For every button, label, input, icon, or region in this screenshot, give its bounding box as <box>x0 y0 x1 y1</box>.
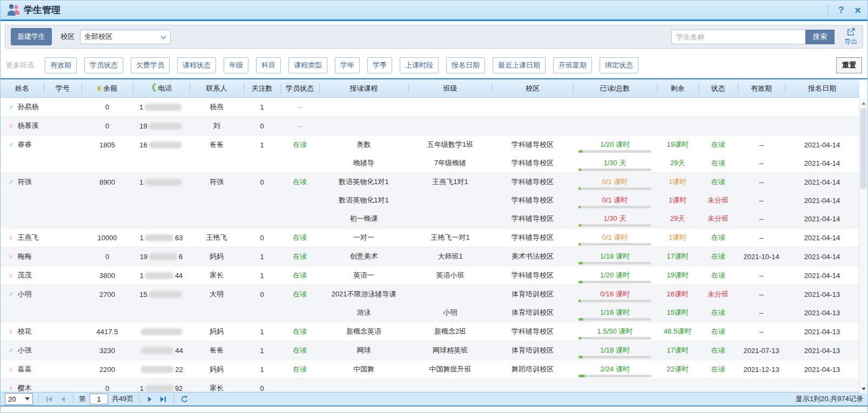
cell-remaining: 1课时 <box>657 173 698 191</box>
next-page-button[interactable] <box>145 394 154 404</box>
table-row[interactable]: ♀校花4417.5妈妈1在读新概念英语新概念2班学科辅导校区1.5/50 课时4… <box>1 322 859 341</box>
cell-progress: 1/18 课时 <box>573 341 657 360</box>
column-header-phone[interactable]: 电话 <box>133 79 190 97</box>
table-row[interactable]: 数语英物化1对1学科辅导校区0/1 课时1课时未分班--2021-04-14 <box>1 191 859 209</box>
contact-name: 家长 <box>210 270 224 280</box>
refresh-button[interactable] <box>179 394 189 404</box>
new-student-button[interactable]: 新建学生 <box>11 28 52 45</box>
column-header-contact[interactable]: 联系人 <box>190 79 244 97</box>
cell-student-status: 在读 <box>280 322 319 341</box>
column-header-course[interactable]: 报读课程 <box>319 79 408 97</box>
table-row[interactable]: ♂符强89001符强0在读数语英物化1对1王燕飞1对1学科辅导校区0/1 课时1… <box>1 173 859 191</box>
table-row[interactable]: ♂睿睿180516爸爸1在读奥数五年级数学1班学科辅导校区1/20 课时19课时… <box>1 136 859 154</box>
scroll-down-icon[interactable] <box>859 384 867 393</box>
filter-button-13[interactable]: 开班星期 <box>553 57 592 73</box>
vertical-scrollbar[interactable] <box>859 99 867 393</box>
table-row[interactable]: ♀嘉嘉220022妈妈1在读中国舞中国舞提升班舞蹈培训校区2/24 课时22课时… <box>1 360 859 378</box>
filter-button-7[interactable]: 课程类型 <box>288 57 327 73</box>
filter-button-8[interactable]: 学年 <box>335 57 360 73</box>
help-button[interactable]: ? <box>838 5 844 15</box>
filter-button-11[interactable]: 报名日期 <box>446 57 485 73</box>
filter-button-4[interactable]: 课程状态 <box>177 57 216 73</box>
search-button[interactable]: 搜索 <box>805 30 835 44</box>
cell-remaining: 15课时 <box>657 303 698 322</box>
cell-remaining: 17课时 <box>657 247 698 266</box>
filter-button-12[interactable]: 最近上课日期 <box>493 57 546 73</box>
phone-blurred <box>149 253 178 260</box>
student-row-group: ♀王燕飞10000163王艳飞0在读一对一王艳飞一对1学科辅导校区0/1 课时1… <box>1 228 859 247</box>
phone-blurred <box>140 328 183 335</box>
state-value: 在读 <box>711 140 725 150</box>
campus-select[interactable]: 全部校区 <box>80 30 171 44</box>
male-icon: ♂ <box>8 347 14 354</box>
validity-value: -- <box>759 328 764 336</box>
export-button[interactable]: 导出 <box>844 28 857 46</box>
cell-campus: 舞蹈培训校区 <box>492 360 573 378</box>
prev-page-button[interactable] <box>58 394 68 404</box>
cell-registration-date: 2021-04-13 <box>785 341 859 360</box>
scrollbar-thumb[interactable] <box>860 108 866 189</box>
table-row[interactable]: ♂孙易杨01杨燕1-- <box>1 98 859 116</box>
column-label: 已读/总数 <box>600 84 630 93</box>
column-header-cls[interactable]: 班级 <box>408 79 492 97</box>
cell-course-value: 英语一 <box>353 270 374 280</box>
column-header-date[interactable]: 报名日期 <box>785 79 859 97</box>
column-header-state[interactable]: 状态 <box>698 79 738 97</box>
filter-button-6[interactable]: 科目 <box>256 57 281 73</box>
cell-class <box>408 98 492 116</box>
close-button[interactable]: × <box>854 5 861 16</box>
filter-button-1[interactable]: 有效期 <box>45 57 77 73</box>
student-name: 孙易杨 <box>18 102 39 112</box>
filter-button-5[interactable]: 年级 <box>224 57 248 73</box>
progress-text: 2/24 课时 <box>600 364 630 374</box>
table-row[interactable]: ♂小明270015大明0在读2021不限游泳辅导课体育培训校区0/16 课时16… <box>1 285 859 303</box>
table-row[interactable]: ♀茂茂3800144家长1在读英语一英语小班学科辅导校区1/20 课时19课时在… <box>1 266 859 285</box>
filter-button-3[interactable]: 欠费学员 <box>131 57 170 73</box>
column-header-remain[interactable]: 剩余 <box>657 79 698 97</box>
column-header-balance[interactable]: ¥余额 <box>82 79 133 97</box>
cell-course <box>319 117 408 135</box>
page-size-select[interactable]: 20 <box>5 393 33 405</box>
toolbar-wrap: 新建学生 校区 全部校区 搜索 导出 <box>1 21 867 52</box>
column-header-progress[interactable]: 已读/总数 <box>573 79 657 97</box>
cell-course: 创意美术 <box>319 247 408 266</box>
table-row[interactable]: ♀杨慕溪019刘0-- <box>1 117 859 135</box>
state-value: 在读 <box>711 233 725 242</box>
table-row[interactable]: 初一晚课学科辅导校区1/30 天29天未分班--2021-04-14 <box>1 209 859 228</box>
last-page-button[interactable] <box>158 394 168 404</box>
column-label: 学号 <box>56 84 70 93</box>
table-row[interactable]: ♀梅梅0196妈妈1在读创意美术大师班1美术书法校区1/18 课时17课时在读2… <box>1 247 859 266</box>
column-header-campus[interactable]: 校区 <box>492 79 573 97</box>
cell-state: 在读 <box>698 341 738 360</box>
column-header-validity[interactable]: 有效期 <box>738 79 785 97</box>
cell-state: 在读 <box>698 173 738 191</box>
table-row[interactable]: ♀樱木0192家长0 <box>1 379 859 392</box>
follow-count: 1 <box>260 365 264 374</box>
table-row[interactable]: 晚辅导7年级晚辅学科辅导校区1/30 天29天在读--2021-04-14 <box>1 154 859 172</box>
filter-button-2[interactable]: 学员状态 <box>84 57 123 73</box>
filter-button-14[interactable]: 绑定状态 <box>600 57 638 73</box>
column-header-sid[interactable]: 学号 <box>44 79 82 97</box>
cell-class-value: 英语小班 <box>436 270 465 280</box>
column-header-name[interactable]: 姓名 <box>1 79 44 97</box>
page-number-input[interactable] <box>90 394 108 404</box>
title-bar: 学生管理 ? × <box>1 1 867 21</box>
cell-remaining: 1课时 <box>657 228 698 247</box>
reset-button[interactable]: 重置 <box>836 57 862 73</box>
table-row[interactable]: ♂小强323044爸爸1在读网球网球精英班体育培训校区1/18 课时17课时在读… <box>1 341 859 360</box>
table-row[interactable]: ♀王燕飞10000163王艳飞0在读一对一王艳飞一对1学科辅导校区0/1 课时1… <box>1 228 859 247</box>
filter-button-10[interactable]: 上课时段 <box>400 57 439 73</box>
first-page-button[interactable] <box>44 394 54 404</box>
cell-registration-date: 2021-04-14 <box>785 136 859 154</box>
scroll-up-icon[interactable] <box>859 99 867 107</box>
student-status: -- <box>298 122 302 130</box>
column-header-status[interactable]: 学员状态 <box>280 79 319 97</box>
search-input[interactable] <box>671 30 805 44</box>
filter-button-9[interactable]: 学季 <box>367 57 392 73</box>
progress-fill <box>578 375 585 377</box>
cell-course-value: 奥数 <box>357 140 371 150</box>
campus-label: 校区 <box>60 32 75 42</box>
table-row[interactable]: 游泳小明体育培训校区1/16 课时15课时在读--2021-04-13 <box>1 303 859 322</box>
column-header-follow[interactable]: 关注数 <box>244 79 280 97</box>
balance-value: 2700 <box>99 290 115 299</box>
